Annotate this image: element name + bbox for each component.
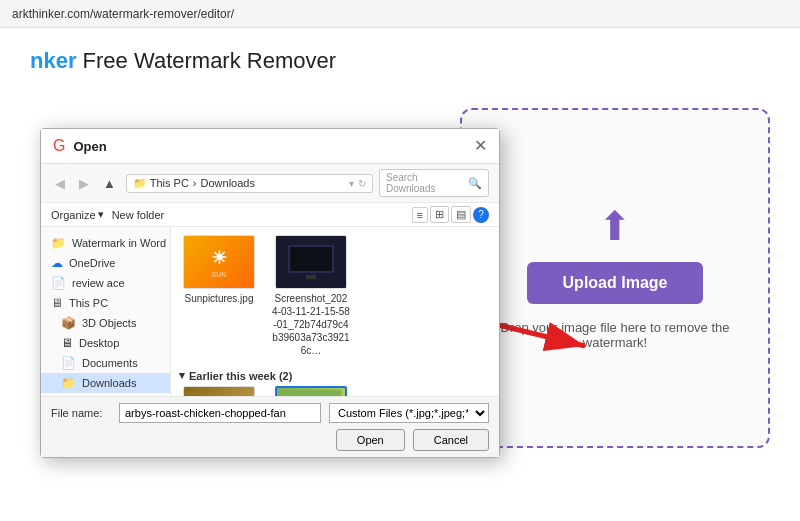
file-thumb-screenshot (275, 235, 347, 289)
help-button[interactable]: ? (473, 207, 489, 223)
documents-icon: 📄 (61, 356, 76, 370)
new-folder-button[interactable]: New folder (112, 209, 165, 221)
filename-label: File name: (51, 407, 111, 419)
sidebar-item-watermark-in-word[interactable]: 📁 Watermark in Word (41, 233, 170, 253)
files-row-week: ThePictureBride 9781922310859_rev.jpg (179, 386, 491, 396)
sidebar-label-thispc: This PC (69, 297, 108, 309)
sidebar-label-watermark: Watermark in Word (72, 237, 166, 249)
file-dialog: G Open ✕ ◀ ▶ ▲ 📁 This PC › Downloads ▾ ↻… (40, 128, 500, 458)
organize-chevron-icon: ▾ (98, 208, 104, 221)
organize-button[interactable]: Organize ▾ (51, 208, 104, 221)
dialog-title: Open (73, 139, 106, 154)
upload-area[interactable]: ⬆ Upload Image Drop your image file here… (460, 108, 770, 448)
file-item-screenshot[interactable]: Screenshot_2024-03-11-21-15-58-01_72b74d… (271, 235, 351, 357)
url-text: arkthinker.com/watermark-remover/editor/ (12, 7, 234, 21)
sidebar-label-3d: 3D Objects (82, 317, 136, 329)
dialog-titlebar: G Open ✕ (41, 129, 499, 164)
path-computer: 📁 This PC (133, 177, 189, 190)
brand-prefix: nker (30, 48, 83, 73)
sidebar-label-documents: Documents (82, 357, 138, 369)
sidebar-label-desktop: Desktop (79, 337, 119, 349)
filename-input[interactable] (119, 403, 321, 423)
address-bar: arkthinker.com/watermark-remover/editor/ (0, 0, 800, 28)
view-grid-button[interactable]: ⊞ (430, 206, 449, 223)
sidebar-item-this-pc[interactable]: 🖥 This PC (41, 293, 170, 313)
sidebar-item-desktop[interactable]: 🖥 Desktop (41, 333, 170, 353)
path-bar[interactable]: 📁 This PC › Downloads ▾ ↻ (126, 174, 373, 193)
view-details-button[interactable]: ▤ (451, 206, 471, 223)
sidebar-item-3d-objects[interactable]: 📦 3D Objects (41, 313, 170, 333)
svg-rect-5 (306, 275, 316, 279)
desktop-icon: 🖥 (61, 336, 73, 350)
upload-button[interactable]: Upload Image (527, 262, 704, 304)
section-chevron-icon: ▾ (179, 369, 185, 382)
path-downloads: Downloads (201, 177, 255, 189)
sidebar-label-onedrive: OneDrive (69, 257, 115, 269)
dialog-sidebar: 📁 Watermark in Word ☁ OneDrive 📄 review … (41, 227, 171, 396)
sidebar-item-onedrive[interactable]: ☁ OneDrive (41, 253, 170, 273)
dialog-body: 📁 Watermark in Word ☁ OneDrive 📄 review … (41, 227, 499, 396)
sidebar-item-review-ace[interactable]: 📄 review ace (41, 273, 170, 293)
file-name-screenshot: Screenshot_2024-03-11-21-15-58-01_72b74d… (272, 292, 350, 357)
svg-rect-6 (281, 390, 341, 396)
path-dropdown[interactable]: ▾ (349, 178, 354, 189)
file-thumb-sunpictures: ☀ SUN (183, 235, 255, 289)
sidebar-item-documents[interactable]: 📄 Documents (41, 353, 170, 373)
forward-button[interactable]: ▶ (75, 174, 93, 193)
3dobjects-icon: 📦 (61, 316, 76, 330)
path-refresh[interactable]: ↻ (358, 178, 366, 189)
view-icons: ≡ ⊞ ▤ ? (412, 206, 489, 223)
dialog-footer: File name: Custom Files (*.jpg;*.jpeg;*.… (41, 396, 499, 457)
back-button[interactable]: ◀ (51, 174, 69, 193)
thispc-icon: 🖥 (51, 296, 63, 310)
files-row-top: ☀ SUN Sunpictures.jpg (179, 235, 491, 357)
dialog-google-icon: G (53, 137, 65, 155)
sidebar-label-review: review ace (72, 277, 125, 289)
organize-label: Organize (51, 209, 96, 221)
file-item-picture-bride[interactable]: ThePictureBride 9781922310859_rev.jpg (179, 386, 259, 396)
svg-rect-4 (290, 247, 332, 271)
dialog-files: ☀ SUN Sunpictures.jpg (171, 227, 499, 396)
doc-icon: 📄 (51, 276, 66, 290)
cancel-button[interactable]: Cancel (413, 429, 489, 451)
dialog-organize-toolbar: Organize ▾ New folder ≡ ⊞ ▤ ? (41, 203, 499, 227)
search-bar[interactable]: Search Downloads 🔍 (379, 169, 489, 197)
folder-icon: 📁 (51, 236, 66, 250)
search-icon: 🔍 (468, 177, 482, 190)
footer-actions: Open Cancel (51, 429, 489, 451)
file-thumb-book: ThePictureBride (183, 386, 255, 396)
onedrive-icon: ☁ (51, 256, 63, 270)
page-title: Free Watermark Remover (83, 48, 336, 73)
site-header: nker Free Watermark Remover (30, 48, 770, 74)
upload-hint: Drop your image file here to remove the … (462, 320, 768, 350)
path-sep: › (193, 177, 197, 189)
footer-filename-row: File name: Custom Files (*.jpg;*.jpeg;*.… (51, 403, 489, 423)
file-thumb-food (275, 386, 347, 396)
filetype-select[interactable]: Custom Files (*.jpg;*.jpeg;*.png… (329, 403, 489, 423)
up-button[interactable]: ▲ (99, 174, 120, 193)
sidebar-label-downloads: Downloads (82, 377, 136, 389)
file-item-arbys[interactable]: arbys-roast-chicken-chopped-farmhouse-sa… (271, 386, 351, 396)
section-title-week: Earlier this week (2) (189, 370, 292, 382)
dialog-close-button[interactable]: ✕ (474, 138, 487, 154)
upload-icon: ⬆ (598, 206, 632, 246)
downloads-icon: 📁 (61, 376, 76, 390)
search-placeholder: Search Downloads (386, 172, 464, 194)
page-content: nker Free Watermark Remover ⬆ Upload Ima… (0, 28, 800, 521)
file-name-sunpictures: Sunpictures.jpg (185, 292, 254, 305)
open-button[interactable]: Open (336, 429, 405, 451)
sidebar-item-downloads[interactable]: 📁 Downloads (41, 373, 170, 393)
section-label-this-week[interactable]: ▾ Earlier this week (2) (179, 365, 491, 386)
file-item-sunpictures[interactable]: ☀ SUN Sunpictures.jpg (179, 235, 259, 357)
view-list-button[interactable]: ≡ (412, 207, 428, 223)
dialog-nav-toolbar: ◀ ▶ ▲ 📁 This PC › Downloads ▾ ↻ Search D… (41, 164, 499, 203)
